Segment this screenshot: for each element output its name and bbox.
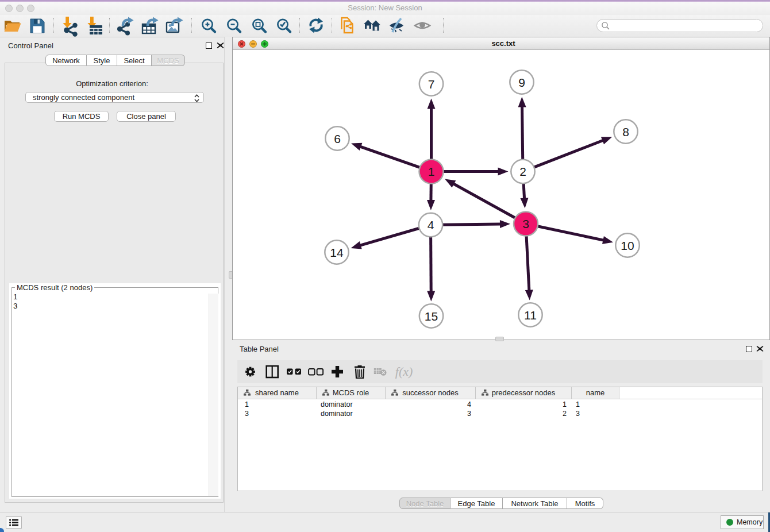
svg-text:14: 14	[330, 246, 344, 259]
svg-text:1: 1	[428, 165, 435, 178]
svg-text:9: 9	[518, 76, 525, 89]
svg-text:10: 10	[621, 239, 634, 252]
svg-text:3: 3	[522, 217, 529, 230]
svg-text:11: 11	[524, 309, 537, 322]
svg-text:4: 4	[428, 218, 434, 232]
svg-text:2: 2	[519, 165, 526, 178]
svg-text:15: 15	[425, 310, 438, 323]
svg-text:6: 6	[334, 132, 341, 145]
svg-text:8: 8	[622, 125, 629, 138]
svg-text:f(x): f(x)	[395, 364, 413, 379]
svg-text:7: 7	[428, 78, 435, 91]
